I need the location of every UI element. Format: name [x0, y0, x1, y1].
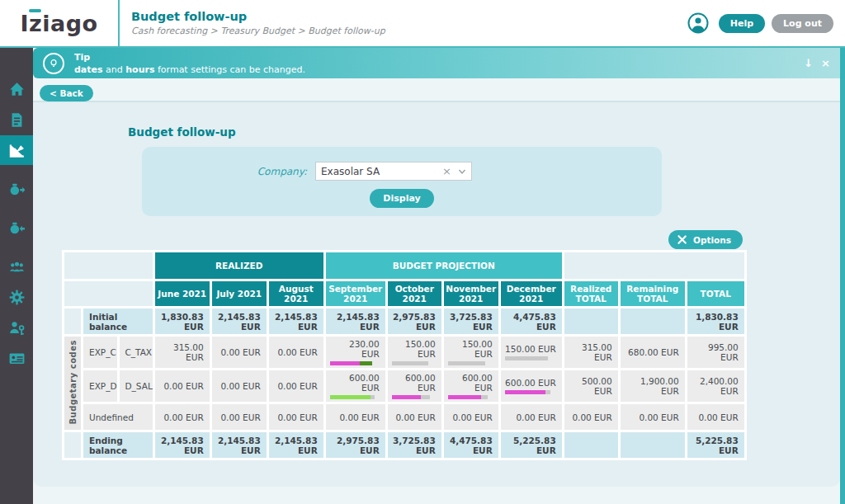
sidebar-item-user-access[interactable] [0, 313, 33, 342]
projection-group-header: BUDGET PROJECTION [326, 252, 562, 279]
vertical-scrollbar[interactable] [840, 48, 845, 504]
subcode-cell: C_TAX [120, 337, 153, 368]
progress-bar [448, 395, 493, 399]
table-row-exp-c: Budgetary codes EXP_C C_TAX 315.00 EUR 0… [64, 337, 744, 368]
table-row-initial-balance: Initial balance 1,830.83 EUR 2,145.83 EU… [64, 309, 744, 334]
cell: 0.00 EUR [155, 370, 210, 402]
cell: 5,225.83 EUR [687, 432, 744, 458]
column-header: August 2021 [269, 281, 323, 306]
cell: 2,145.83 EUR [155, 432, 210, 458]
topbar-right: Help Log out [687, 12, 845, 34]
sidebar-item-contacts[interactable] [0, 343, 33, 373]
cell-with-bar: 600.00 EUR [444, 370, 498, 402]
column-header: Remaining TOTAL [621, 281, 685, 306]
budgetary-codes-strip: Budgetary codes [64, 337, 81, 430]
cell: 0.00 EUR [621, 404, 685, 430]
tip-texts: Tip dates and hours format settings can … [74, 52, 804, 75]
progress-bar [330, 361, 380, 365]
column-header: October 2021 [388, 281, 441, 306]
company-select[interactable]: Exasolar SA × [315, 162, 472, 181]
column-header: December 2021 [501, 281, 562, 306]
sidebar-item-settings[interactable] [0, 282, 33, 312]
cell-with-bar: 150.00 EUR [444, 337, 498, 368]
cell-with-bar: 150.00 EUR [388, 337, 441, 368]
banner-actions: ↓ × [804, 57, 840, 69]
cell: 315.00 EUR [564, 337, 618, 368]
column-header: June 2021 [155, 281, 210, 306]
id-card-icon [9, 351, 25, 366]
cell: 1,900.00 EUR [621, 370, 685, 402]
budget-table: REALIZED BUDGET PROJECTION June 2021 Jul… [62, 250, 747, 460]
column-header: TOTAL [687, 281, 744, 306]
top-header: Iziago Budget follow-up Cash forecasting… [0, 0, 845, 48]
cell: 995.00 EUR [687, 337, 744, 368]
sidebar-item-report[interactable] [0, 105, 33, 134]
table-row-ending-balance: Ending balance 2,145.83 EUR 2,145.83 EUR… [64, 432, 744, 458]
section-title: Budget follow-up [128, 125, 236, 139]
progress-bar [392, 395, 436, 399]
company-select-value: Exasolar SA [321, 166, 442, 177]
cell: 2,145.83 EUR [212, 309, 267, 334]
cell-with-bar: 150.00 EUR [501, 337, 562, 368]
cell: 0.00 EUR [388, 404, 441, 430]
sidebar-item-cash-out[interactable] [0, 174, 33, 204]
breadcrumb: Cash forecasting > Treasury Budget > Bud… [131, 26, 385, 36]
page-head: Budget follow-up Cash forecasting > Trea… [120, 10, 385, 36]
cell: 315.00 EUR [155, 337, 210, 368]
app-logo: Iziago [20, 11, 97, 36]
user-key-icon [9, 320, 25, 336]
cell: 4,475.83 EUR [501, 309, 562, 334]
back-button[interactable]: < Back [40, 85, 93, 101]
subcode-cell: D_SAL [120, 370, 153, 402]
cell: 0.00 EUR [501, 404, 562, 430]
sidebar-item-home[interactable] [0, 74, 33, 104]
bulb-icon [43, 53, 64, 74]
logo-accent [29, 9, 41, 12]
page-title: Budget follow-up [131, 10, 385, 23]
logout-button[interactable]: Log out [772, 14, 833, 33]
table-row-exp-d: EXP_D D_SAL 0.00 EUR 0.00 EUR 0.00 EUR 6… [64, 370, 744, 402]
table-row-undefined: Undefined 0.00 EUR 0.00 EUR 0.00 EUR 0.0… [64, 404, 744, 430]
collapse-banner-icon[interactable]: ↓ [804, 57, 813, 69]
options-button[interactable]: Options [668, 230, 743, 249]
cell: 0.00 EUR [212, 404, 267, 430]
cell: 2,145.83 EUR [269, 432, 323, 458]
report-icon [9, 112, 25, 128]
progress-bar [392, 361, 436, 365]
cash-in-icon [9, 220, 25, 236]
clear-selection-icon[interactable]: × [442, 165, 451, 177]
help-button[interactable]: Help [719, 14, 765, 33]
sidebar-item-cash-in[interactable] [0, 213, 33, 243]
logo-box[interactable]: Iziago [0, 0, 120, 46]
cell: 0.00 EUR [269, 370, 323, 402]
sidebar-item-team[interactable] [0, 252, 33, 281]
row-label: Ending balance [83, 432, 153, 458]
cell: 1,830.83 EUR [687, 309, 744, 334]
cell: 0.00 EUR [269, 337, 323, 368]
cell: 0.00 EUR [444, 404, 498, 430]
cell: 0.00 EUR [326, 404, 385, 430]
cell-with-bar: 600.00 EUR [501, 370, 562, 402]
cell-with-bar: 230.00 EUR [326, 337, 385, 368]
cell: 2,400.00 EUR [687, 370, 744, 402]
column-header: Realized TOTAL [564, 281, 618, 306]
cell: 3,725.83 EUR [388, 432, 441, 458]
cell: 4,475.83 EUR [444, 432, 498, 458]
sidebar-item-budget-chart[interactable] [0, 135, 33, 165]
tip-banner: Tip dates and hours format settings can … [33, 48, 840, 78]
cell: 0.00 EUR [212, 370, 267, 402]
cell: 3,725.83 EUR [444, 309, 498, 334]
cell-with-bar: 600.00 EUR [326, 370, 385, 402]
user-avatar-icon[interactable] [687, 12, 709, 34]
chevron-down-icon[interactable] [458, 167, 466, 176]
column-header: September 2021 [326, 281, 385, 306]
cell: 0.00 EUR [269, 404, 323, 430]
close-banner-icon[interactable]: × [821, 57, 830, 69]
tip-title: Tip [74, 52, 804, 63]
progress-bar [448, 361, 493, 365]
cell: 2,975.83 EUR [326, 432, 385, 458]
cell: 2,145.83 EUR [269, 309, 323, 334]
cell: 500.00 EUR [564, 370, 618, 402]
display-button[interactable]: Display [370, 189, 433, 208]
company-label: Company: [142, 166, 315, 177]
